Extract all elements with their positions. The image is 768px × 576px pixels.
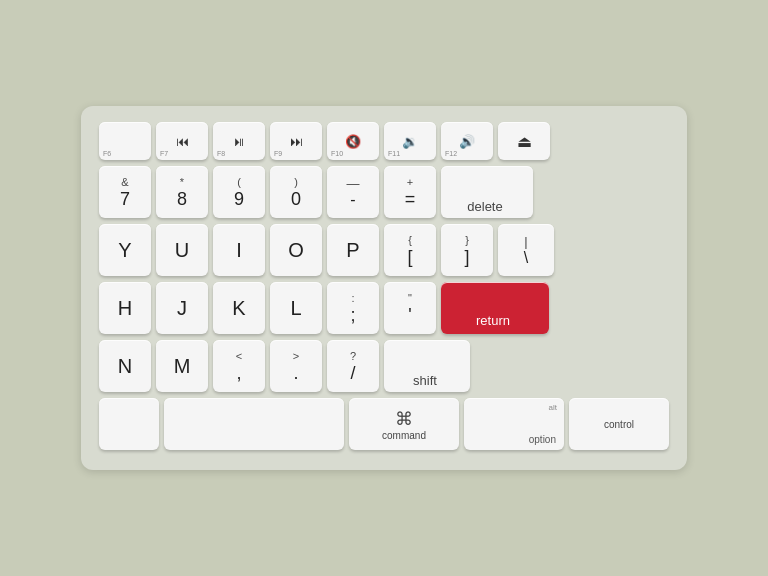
control-label: control: [604, 419, 634, 430]
key-8[interactable]: * 8: [156, 166, 208, 218]
delete-label: delete: [467, 199, 502, 214]
shift-label: shift: [413, 373, 437, 388]
key-shift[interactable]: shift: [384, 340, 470, 392]
key-o[interactable]: O: [270, 224, 322, 276]
key-f10[interactable]: 🔇 F10: [327, 122, 379, 160]
key-j[interactable]: J: [156, 282, 208, 334]
key-f6[interactable]: F6: [99, 122, 151, 160]
key-space[interactable]: [164, 398, 344, 450]
modifier-row: ⌘ command alt option control: [99, 398, 669, 450]
key-f12[interactable]: 🔊 F12: [441, 122, 493, 160]
key-n[interactable]: N: [99, 340, 151, 392]
qwerty-row: Y U I O P { [ } ] | \: [99, 224, 669, 276]
key-l[interactable]: L: [270, 282, 322, 334]
key-comma[interactable]: < ,: [213, 340, 265, 392]
key-equals[interactable]: + =: [384, 166, 436, 218]
key-i[interactable]: I: [213, 224, 265, 276]
bottom-row: N M < , > . ? / shift: [99, 340, 669, 392]
key-extra-left[interactable]: [99, 398, 159, 450]
key-f7[interactable]: ⏮ F7: [156, 122, 208, 160]
home-row: H J K L : ; " ' return: [99, 282, 669, 334]
key-bracket-right[interactable]: } ]: [441, 224, 493, 276]
key-9[interactable]: ( 9: [213, 166, 265, 218]
key-slash[interactable]: ? /: [327, 340, 379, 392]
key-option[interactable]: alt option: [464, 398, 564, 450]
key-delete[interactable]: delete: [441, 166, 533, 218]
fn-row: F6 ⏮ F7 ⏯ F8 ⏭ F9 🔇 F10 🔉 F11 🔊 F12 ⏏: [99, 122, 669, 160]
key-m[interactable]: M: [156, 340, 208, 392]
key-eject[interactable]: ⏏: [498, 122, 550, 160]
key-minus[interactable]: — -: [327, 166, 379, 218]
key-7[interactable]: & 7: [99, 166, 151, 218]
key-p[interactable]: P: [327, 224, 379, 276]
key-y[interactable]: Y: [99, 224, 151, 276]
key-0[interactable]: ) 0: [270, 166, 322, 218]
key-u[interactable]: U: [156, 224, 208, 276]
command-label: command: [382, 430, 426, 441]
keyboard: F6 ⏮ F7 ⏯ F8 ⏭ F9 🔇 F10 🔉 F11 🔊 F12 ⏏: [81, 106, 687, 470]
option-label: option: [529, 434, 556, 445]
key-control[interactable]: control: [569, 398, 669, 450]
key-period[interactable]: > .: [270, 340, 322, 392]
number-row: & 7 * 8 ( 9 ) 0 — - + = delete: [99, 166, 669, 218]
key-semicolon[interactable]: : ;: [327, 282, 379, 334]
return-label: return: [476, 313, 510, 328]
key-return[interactable]: return: [441, 282, 549, 334]
key-quote[interactable]: " ': [384, 282, 436, 334]
key-backslash[interactable]: | \: [498, 224, 554, 276]
key-command[interactable]: ⌘ command: [349, 398, 459, 450]
key-f9[interactable]: ⏭ F9: [270, 122, 322, 160]
key-k[interactable]: K: [213, 282, 265, 334]
key-f8[interactable]: ⏯ F8: [213, 122, 265, 160]
alt-label: alt: [549, 403, 557, 412]
key-bracket-left[interactable]: { [: [384, 224, 436, 276]
key-h[interactable]: H: [99, 282, 151, 334]
key-f11[interactable]: 🔉 F11: [384, 122, 436, 160]
